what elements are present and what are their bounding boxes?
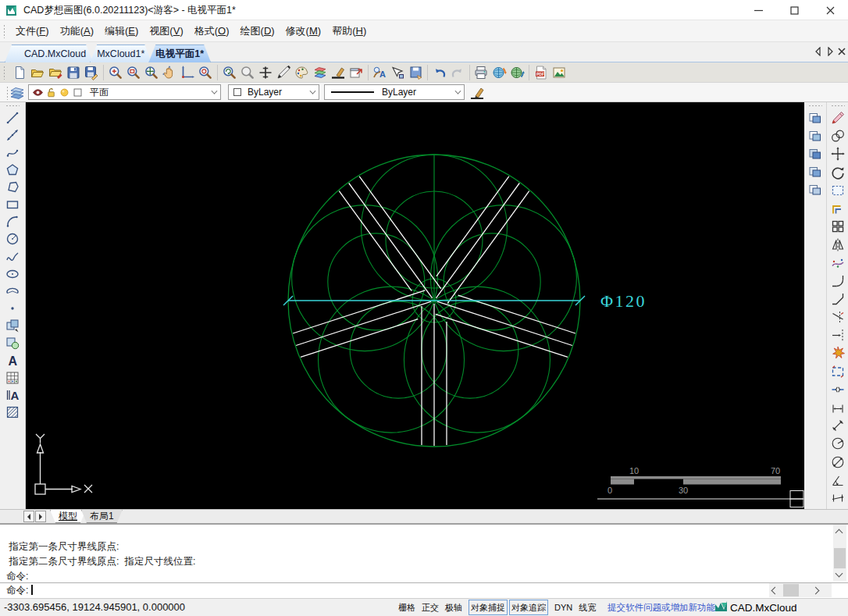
toolbar-redo-icon[interactable] — [450, 65, 465, 80]
color-combo[interactable]: ByLayer — [228, 84, 319, 100]
minimize-button[interactable] — [740, 0, 776, 20]
draw-block-create-icon[interactable] — [5, 335, 20, 351]
modify-chamfer-icon[interactable] — [830, 291, 846, 307]
status-toggle-5[interactable]: DYN — [554, 602, 572, 613]
draw-polyline-icon[interactable] — [5, 144, 20, 160]
clip-paste-clip-icon[interactable] — [807, 146, 823, 162]
toolbar-zoom-window-icon[interactable] — [126, 65, 141, 80]
modify-dim-linear-icon[interactable] — [830, 400, 846, 415]
toolbar-pan-icon[interactable] — [162, 65, 177, 80]
menu-item-0[interactable]: 文件(F) — [10, 20, 55, 42]
menu-item-5[interactable]: 绘图(D) — [235, 20, 280, 42]
layer-combo[interactable]: 平面 — [28, 84, 221, 100]
draw-rectangle-icon[interactable] — [5, 197, 20, 212]
toolbar-save-view-icon[interactable] — [408, 65, 424, 80]
draw-point-icon[interactable] — [5, 301, 20, 316]
linetype-combo-arrow-icon[interactable] — [455, 90, 461, 96]
modify-trim-icon[interactable] — [830, 309, 846, 325]
toolbar-insert-image-icon[interactable] — [551, 65, 567, 80]
scroll-thumb[interactable] — [834, 548, 846, 568]
menu-item-3[interactable]: 视图(V) — [144, 20, 188, 42]
tab-close-icon[interactable] — [837, 47, 846, 59]
document-tab-2[interactable]: 电视平面1* — [148, 45, 211, 62]
modify-mirror-icon[interactable] — [830, 237, 846, 252]
modify-dim-aligned-icon[interactable] — [830, 418, 846, 433]
linetype-combo[interactable]: ByLayer — [324, 84, 465, 100]
modify-break-icon[interactable] — [830, 382, 846, 397]
layer-unlock-icon[interactable] — [45, 87, 57, 98]
draw-line-icon[interactable] — [5, 110, 20, 126]
modify-dim-angular-icon[interactable] — [830, 472, 846, 488]
modify-array-icon[interactable] — [830, 219, 846, 234]
layer-sun-icon[interactable] — [59, 87, 70, 98]
status-toggle-4[interactable]: 对象追踪 — [509, 600, 548, 615]
linetype-brush-icon[interactable] — [469, 85, 485, 101]
toolbar-undo-icon[interactable] — [432, 65, 447, 80]
draw-arc-icon[interactable] — [5, 214, 20, 230]
clip-paste-to-coords-icon[interactable] — [807, 182, 823, 198]
toolbar-select-hand-icon[interactable] — [390, 65, 405, 80]
modify-move-icon[interactable] — [830, 146, 846, 162]
draw-hatch-icon[interactable] — [5, 404, 20, 420]
toolbar-export-pdf-icon[interactable]: PDF — [533, 65, 549, 80]
toolbar-zoom-prev-icon[interactable] — [240, 65, 255, 80]
toolbar-layer-stack-icon[interactable] — [312, 65, 328, 80]
draw-polygon-irregular-icon[interactable] — [5, 180, 20, 195]
clip-copy-with-base-icon[interactable] — [807, 128, 823, 144]
scroll-right-icon[interactable] — [813, 585, 818, 596]
modify-copy-icon[interactable] — [830, 128, 846, 144]
modify-revision-cloud-icon[interactable] — [830, 364, 846, 379]
maximize-button[interactable] — [776, 0, 812, 20]
layer-color-swatch-icon[interactable] — [72, 87, 84, 98]
color-combo-arrow-icon[interactable] — [310, 90, 316, 96]
command-history[interactable]: 指定第一条尺寸界线原点: 指定第二条尺寸界线原点: 指定尺寸线位置:命令: — [0, 523, 848, 582]
menu-item-6[interactable]: 修改(M) — [280, 20, 327, 42]
toolbar-crosshair-icon[interactable] — [258, 65, 273, 80]
close-button[interactable] — [812, 0, 848, 20]
status-toggle-6[interactable]: 线宽 — [579, 602, 596, 613]
layout-scroll-right-icon[interactable] — [35, 511, 46, 522]
layer-combo-arrow-icon[interactable] — [212, 90, 218, 96]
draw-spline-icon[interactable] — [5, 249, 20, 265]
toolbar-web-publish-icon[interactable] — [509, 65, 525, 80]
draw-block-insert-icon[interactable] — [5, 318, 20, 333]
toolbar-new-file-icon[interactable] — [12, 65, 27, 80]
toolbar-open-file-icon[interactable] — [30, 65, 45, 80]
modify-dim-continue-icon[interactable] — [830, 490, 846, 506]
toolbar-find-text-icon[interactable]: A — [372, 65, 387, 80]
toolbar-open-edit-icon[interactable] — [48, 65, 63, 80]
command-input-scrollbar[interactable] — [769, 583, 832, 597]
modify-rotate-icon[interactable] — [830, 165, 846, 180]
modify-offset-icon[interactable] — [830, 201, 846, 216]
draw-ellipse-icon[interactable] — [5, 266, 20, 282]
status-toggle-0[interactable]: 栅格 — [398, 602, 415, 613]
modify-erase-icon[interactable] — [830, 110, 846, 126]
toolbar-web-sync-icon[interactable] — [491, 65, 507, 80]
toolbar-print-icon[interactable] — [473, 65, 489, 80]
modify-explode-icon[interactable] — [830, 345, 846, 361]
draw-circle-icon[interactable] — [5, 231, 20, 247]
toolbar-lineweight-brush-icon[interactable] — [330, 65, 346, 80]
clip-copy-clip-icon[interactable] — [807, 110, 823, 126]
toolbar-draw-pen-icon[interactable] — [276, 65, 291, 80]
toolbar-zoom-extents-icon[interactable] — [144, 65, 159, 80]
toolbar-save-icon[interactable] — [66, 65, 81, 80]
document-tab-0[interactable]: CAD.MxCloud — [5, 45, 93, 62]
draw-ellipse-arc-icon[interactable] — [5, 283, 20, 299]
modify-dim-diameter-icon[interactable] — [830, 454, 846, 470]
toolbar-ucs-icon[interactable] — [180, 65, 195, 80]
status-toggle-3[interactable]: 对象捕捉 — [469, 600, 508, 615]
modify-fillet-icon[interactable] — [830, 273, 846, 289]
scroll-left-icon[interactable] — [772, 585, 778, 596]
layout-scroll-left-icon[interactable] — [23, 511, 34, 522]
menu-item-4[interactable]: 格式(O) — [189, 20, 235, 42]
toolbar-view-rotate-icon[interactable] — [222, 65, 237, 80]
layout-tab-0[interactable]: 模型 — [50, 510, 86, 523]
canvas-corner-grip[interactable] — [597, 491, 803, 507]
modify-stretch-icon[interactable] — [830, 183, 846, 198]
menu-item-1[interactable]: 功能(A) — [55, 20, 99, 42]
toolbar-zoom-object-icon[interactable] — [198, 65, 213, 80]
layout-tab-1[interactable]: 布局1 — [81, 510, 123, 523]
toolbar-export-view-icon[interactable] — [348, 65, 364, 80]
layers-icon[interactable] — [9, 85, 25, 101]
